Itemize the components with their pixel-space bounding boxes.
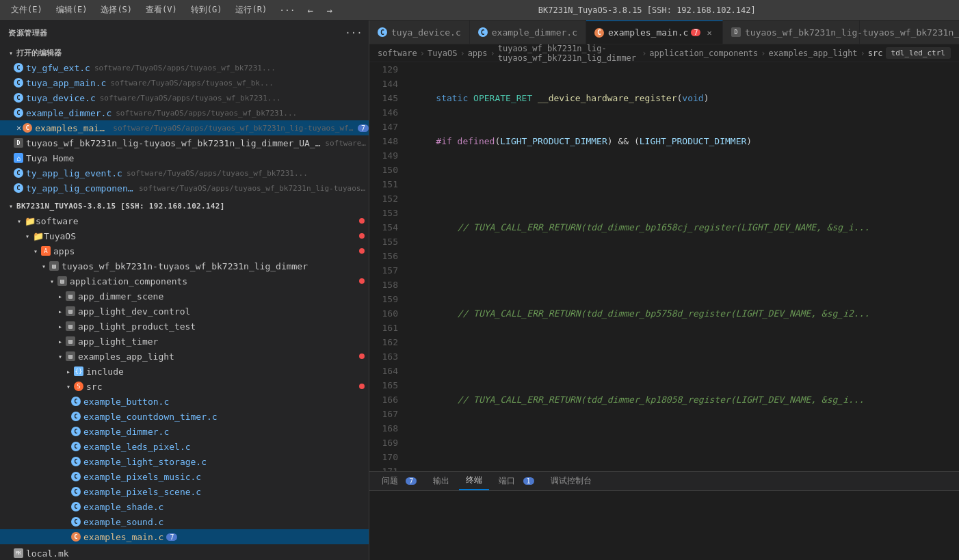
- panel-tab-problems-label: 问题: [382, 476, 398, 485]
- sidebar-more-btn[interactable]: ···: [347, 26, 360, 40]
- breadcrumb-tuyaos[interactable]: TuyaOS: [428, 49, 457, 58]
- window-title: BK7231N_TuyaOS-3.8.15 [SSH: 192.168.102.…: [341, 5, 954, 15]
- folder-name: application_components: [70, 276, 187, 286]
- c-orange-icon: C: [23, 123, 32, 133]
- panel-tab-output[interactable]: 输出: [426, 472, 456, 490]
- file-example-leds-pixel[interactable]: C example_leds_pixel.c: [0, 439, 369, 454]
- folder-app-light-timer[interactable]: ▤ app_light_timer: [0, 334, 369, 349]
- folder-tuyaos[interactable]: 📁 TuyaOS: [0, 228, 369, 243]
- c-icon: C: [14, 108, 23, 118]
- folder-name: app_light_dev_control: [78, 306, 190, 317]
- breadcrumb-software[interactable]: software: [378, 49, 417, 58]
- nav-back[interactable]: ←: [302, 2, 319, 18]
- breadcrumb-wf[interactable]: tuyaos_wf_bk7231n_lig-tuyaos_wf_bk7231n_…: [498, 44, 639, 63]
- breadcrumb-apps[interactable]: apps: [468, 49, 488, 58]
- nav-forward[interactable]: →: [321, 2, 338, 18]
- folder-app-dimmer-scene[interactable]: ▤ app_dimmer_scene: [0, 289, 369, 304]
- folder-icon: ▤: [66, 336, 75, 346]
- file-examples-main[interactable]: C examples_main.c 7: [0, 529, 369, 544]
- file-example-countdown[interactable]: C example_countdown_timer.c: [0, 409, 369, 424]
- file-example-dimmer[interactable]: C example_dimmer.c: [0, 424, 369, 439]
- file-example-sound[interactable]: C example_sound.c: [0, 514, 369, 529]
- open-file-tuya-device[interactable]: C tuya_device.c software/TuyaOS/apps/tuy…: [0, 90, 369, 105]
- file-name: examples_main.c: [35, 123, 109, 133]
- modified-indicator: [359, 248, 365, 254]
- tab-examples-main[interactable]: C examples_main.c 7 ✕: [586, 21, 723, 44]
- panel-tab-terminal-label: 终端: [466, 475, 482, 485]
- panel-tab-problems[interactable]: 问题 7: [375, 472, 423, 490]
- file-name: Tuya Home: [26, 153, 74, 163]
- open-file-tuya-home[interactable]: ⌂ Tuya Home: [0, 150, 369, 165]
- menu-more[interactable]: ···: [275, 2, 299, 18]
- folder-icon: ▤: [66, 351, 75, 361]
- folder-apps[interactable]: A apps: [0, 243, 369, 258]
- folder-name: apps: [53, 246, 75, 256]
- file-name: example_sound.c: [83, 517, 163, 527]
- open-file-tuya-app-main[interactable]: C tuya_app_main.c software/TuyaOS/apps/t…: [0, 75, 369, 90]
- c-icon: C: [71, 412, 81, 421]
- app-comp-arrow: [47, 276, 57, 286]
- modified-indicator: [359, 233, 365, 239]
- code-panel-container: 129 144 145 146 147 148 149 150 151 152 …: [369, 62, 959, 560]
- c-icon: C: [71, 442, 81, 451]
- menu-goto[interactable]: 转到(G): [185, 1, 228, 18]
- breadcrumb-src[interactable]: src: [868, 49, 883, 58]
- open-file-example-dimmer[interactable]: C example_dimmer.c software/TuyaOS/apps/…: [0, 105, 369, 120]
- breadcrumb-examples-app-light[interactable]: examples_app_light: [769, 49, 858, 58]
- folder-app-light-product-test[interactable]: ▤ app_light_product_test: [0, 319, 369, 334]
- menu-edit[interactable]: 编辑(E): [51, 1, 93, 18]
- code-content[interactable]: static OPERATE_RET __device_hardware_reg…: [404, 62, 959, 471]
- sidebar: 资源管理器 ··· 打开的编辑器 C ty_gfw_ext.c software…: [0, 21, 369, 560]
- breadcrumb-app-comp[interactable]: application_components: [649, 49, 758, 58]
- file-example-pixels-music[interactable]: C example_pixels_music.c: [0, 469, 369, 484]
- folder-src[interactable]: S src: [0, 379, 369, 394]
- section-open-editors[interactable]: 打开的编辑器: [0, 45, 369, 60]
- tab-example-dimmer[interactable]: C example_dimmer.c: [470, 21, 586, 44]
- explorer-root[interactable]: BK7231N_TUYAOS-3.8.15 [SSH: 192.168.102.…: [0, 198, 369, 213]
- code-line-145: [415, 177, 959, 191]
- breadcrumb-hint[interactable]: tdl_led_ctrl: [886, 47, 951, 59]
- folder-name: src: [86, 382, 102, 392]
- code-line-149: [415, 349, 959, 364]
- examples-app-arrow: [55, 351, 66, 362]
- tab-tuya-device[interactable]: C tuya_device.c: [369, 21, 470, 44]
- folder-app-light-dev-control[interactable]: ▤ app_light_dev_control: [0, 304, 369, 319]
- open-file-ty-app-lig-component[interactable]: C ty_app_lig_component.c software/TuyaOS…: [0, 181, 369, 196]
- file-name: tuya_app_main.c: [26, 78, 106, 88]
- editor-area: C tuya_device.c C example_dimmer.c C exa…: [369, 21, 959, 560]
- panel-tab-ports[interactable]: 端口 1: [492, 472, 540, 490]
- panel-tab-debug[interactable]: 调试控制台: [544, 472, 599, 490]
- file-example-pixels-scene[interactable]: C example_pixels_scene.c: [0, 484, 369, 499]
- code-container[interactable]: 129 144 145 146 147 148 149 150 151 152 …: [369, 62, 959, 471]
- folder-software[interactable]: 📁 software: [0, 213, 369, 228]
- menu-view[interactable]: 查看(V): [140, 1, 183, 18]
- file-example-button[interactable]: C example_button.c: [0, 394, 369, 409]
- folder-examples-app-light[interactable]: ▤ examples_app_light: [0, 349, 369, 364]
- open-file-examples-main[interactable]: ✕ C examples_main.c software/TuyaOS/apps…: [0, 120, 369, 135]
- menu-file[interactable]: 文件(E): [5, 1, 48, 18]
- file-example-shade[interactable]: C example_shade.c: [0, 499, 369, 514]
- file-name: example_button.c: [83, 397, 169, 407]
- folder-name: software: [36, 216, 79, 226]
- file-name: example_dimmer.c: [83, 427, 169, 437]
- open-file-ty-app-lig-event[interactable]: C ty_app_lig_event.c software/TuyaOS/app…: [0, 165, 369, 181]
- folder-tuyaos-wf[interactable]: ▤ tuyaos_wf_bk7231n-tuyaos_wf_bk7231n_li…: [0, 258, 369, 274]
- menu-select[interactable]: 选择(S): [95, 1, 137, 18]
- open-file-ty-gfw-ext[interactable]: C ty_gfw_ext.c software/TuyaOS/apps/tuya…: [0, 60, 369, 75]
- folder-icon: 📁: [25, 216, 36, 226]
- folder-icon: ▤: [66, 306, 75, 316]
- folder-include[interactable]: {} include: [0, 364, 369, 379]
- bin-icon: D: [14, 138, 23, 148]
- home-icon: ⌂: [14, 153, 23, 163]
- tab-close-btn[interactable]: ✕: [705, 27, 714, 38]
- tab-bin[interactable]: D tuyaos_wf_bk7231n_lig-tuyaos_wf_bk7231…: [723, 21, 860, 44]
- close-icon[interactable]: ✕: [16, 123, 21, 133]
- folder-name: include: [86, 366, 124, 377]
- folder-app-components[interactable]: ▤ application_components: [0, 274, 369, 289]
- menu-run[interactable]: 运行(R): [230, 1, 272, 18]
- open-file-bin[interactable]: D tuyaos_wf_bk7231n_lig-tuyaos_wf_bk7231…: [0, 135, 369, 150]
- panel-problems-badge: 7: [406, 477, 417, 485]
- panel-tab-terminal[interactable]: 终端: [459, 472, 489, 490]
- file-local-mk[interactable]: MK local.mk: [0, 546, 369, 560]
- file-example-light-storage[interactable]: C example_light_storage.c: [0, 454, 369, 469]
